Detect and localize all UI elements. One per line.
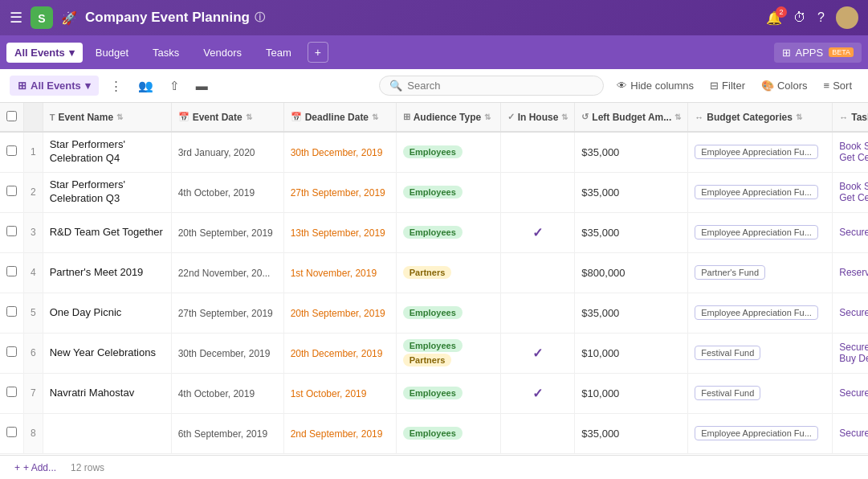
audience-type-cell[interactable]: Employees bbox=[396, 293, 500, 333]
in-house-cell[interactable] bbox=[500, 252, 575, 293]
row-checkbox[interactable] bbox=[6, 427, 17, 437]
row-checkbox-cell[interactable] bbox=[0, 172, 24, 212]
audience-type-cell[interactable]: Employees bbox=[396, 212, 500, 252]
tab-team[interactable]: Team bbox=[255, 42, 303, 63]
budget-amount-cell[interactable]: $35,000 bbox=[575, 212, 688, 252]
budget-amount-cell[interactable]: $10,000 bbox=[575, 373, 688, 413]
tab-budget[interactable]: Budget bbox=[84, 42, 140, 63]
add-row-button[interactable]: + + Add... bbox=[10, 461, 61, 475]
row-checkbox[interactable] bbox=[6, 145, 17, 156]
view-dropdown[interactable]: ⊞ All Events ▾ bbox=[10, 76, 99, 96]
row-checkbox-cell[interactable] bbox=[0, 373, 24, 413]
history-icon[interactable]: ⏱ bbox=[793, 10, 806, 25]
audience-type-cell[interactable]: Employees bbox=[396, 132, 500, 172]
avatar[interactable] bbox=[836, 6, 858, 29]
hamburger-icon[interactable]: ☰ bbox=[10, 9, 22, 27]
task-link[interactable]: Get Ce... bbox=[839, 192, 868, 203]
row-checkbox-cell[interactable] bbox=[0, 293, 24, 333]
event-date-cell[interactable]: 30th December, 2019 bbox=[171, 333, 283, 373]
budget-category-cell[interactable]: Employee Appreciation Fu... bbox=[688, 172, 833, 212]
deadline-date-cell[interactable]: 1st October, 2019 bbox=[283, 373, 396, 413]
row-checkbox[interactable] bbox=[6, 226, 17, 236]
event-name-cell[interactable]: Partner's Meet 2019 bbox=[43, 252, 171, 293]
audience-type-cell[interactable]: Partners bbox=[396, 252, 500, 293]
event-name-cell[interactable]: Star Performers' Celebration Q3 bbox=[43, 172, 171, 212]
tasks-cell[interactable]: Secure ... bbox=[833, 413, 868, 453]
task-link[interactable]: Secure C... bbox=[839, 387, 868, 399]
audience-type-cell[interactable]: Employees bbox=[396, 373, 500, 413]
tasks-cell[interactable]: Secure C... bbox=[833, 373, 868, 413]
budget-category-cell[interactable]: Employee Appreciation Fu... bbox=[688, 212, 833, 252]
in-house-cell[interactable]: ✓ bbox=[500, 333, 575, 373]
in-house-cell[interactable] bbox=[500, 293, 575, 333]
budget-amount-cell[interactable]: $35,000 bbox=[575, 413, 688, 453]
in-house-cell[interactable] bbox=[500, 172, 575, 212]
event-name-cell[interactable]: Navratri Mahostav bbox=[43, 373, 171, 413]
tasks-cell[interactable]: Secure T... bbox=[833, 212, 868, 252]
budget-amount-cell[interactable]: $10,000 bbox=[575, 333, 688, 373]
event-date-cell[interactable]: 22nd November, 20... bbox=[171, 252, 283, 293]
all-events-dropdown[interactable]: All Events ▾ bbox=[6, 43, 83, 63]
col-header-check[interactable] bbox=[0, 103, 24, 132]
col-header-deadline[interactable]: 📅 Deadline Date ⇅ bbox=[283, 103, 396, 132]
row-checkbox[interactable] bbox=[6, 186, 17, 196]
view-type-icon[interactable]: ▬ bbox=[191, 76, 213, 96]
row-checkbox-cell[interactable] bbox=[0, 212, 24, 252]
help-icon[interactable]: ? bbox=[817, 10, 825, 25]
col-header-categories[interactable]: ↔ Budget Categories ⇅ bbox=[688, 103, 833, 132]
event-name-cell[interactable] bbox=[43, 413, 171, 453]
event-date-cell[interactable]: 27th September, 2019 bbox=[171, 293, 283, 333]
apps-button[interactable]: ⊞ APPS BETA bbox=[774, 43, 862, 63]
budget-amount-cell[interactable]: $35,000 bbox=[575, 172, 688, 212]
search-input[interactable] bbox=[407, 80, 584, 92]
deadline-date-cell[interactable]: 2nd September, 2019 bbox=[283, 413, 396, 453]
row-checkbox-cell[interactable] bbox=[0, 252, 24, 293]
task-link[interactable]: Get Ce... bbox=[839, 152, 868, 163]
event-name-cell[interactable]: Star Performers' Celebration Q4 bbox=[43, 132, 171, 172]
task-link[interactable]: Secure ... bbox=[839, 428, 868, 439]
tab-tasks[interactable]: Tasks bbox=[141, 42, 190, 63]
audience-type-cell[interactable]: Employees bbox=[396, 172, 500, 212]
tasks-cell[interactable]: Secure O... bbox=[833, 293, 868, 333]
col-header-tasks[interactable]: ↔ Task... ⇅ bbox=[833, 103, 868, 132]
budget-category-cell[interactable]: Employee Appreciation Fu... bbox=[688, 293, 833, 333]
task-link[interactable]: Secure O... bbox=[839, 307, 868, 318]
deadline-date-cell[interactable]: 27th September, 2019 bbox=[283, 172, 396, 212]
col-header-event-date[interactable]: 📅 Event Date ⇅ bbox=[171, 103, 283, 132]
task-link[interactable]: Secure T... bbox=[839, 227, 868, 238]
in-house-cell[interactable]: ✓ bbox=[500, 212, 575, 252]
share-icon[interactable]: ⇧ bbox=[165, 76, 185, 96]
event-name-cell[interactable]: New Year Celebrations bbox=[43, 333, 171, 373]
col-header-inhouse[interactable]: ✓ In House ⇅ bbox=[500, 103, 575, 132]
tasks-cell[interactable]: Secure C...Buy Dec... bbox=[833, 333, 868, 373]
search-box[interactable]: 🔍 bbox=[379, 76, 604, 96]
deadline-date-cell[interactable]: 1st November, 2019 bbox=[283, 252, 396, 293]
task-link[interactable]: Book S... bbox=[839, 141, 868, 152]
in-house-cell[interactable] bbox=[500, 132, 575, 172]
event-date-cell[interactable]: 6th September, 2019 bbox=[171, 413, 283, 453]
select-all-checkbox[interactable] bbox=[6, 111, 17, 121]
col-header-budget[interactable]: ↺ Left Budget Am... ⇅ bbox=[575, 103, 688, 132]
deadline-date-cell[interactable]: 20th December, 2019 bbox=[283, 333, 396, 373]
col-header-event-name[interactable]: T Event Name ⇅ bbox=[43, 103, 171, 132]
tasks-cell[interactable]: Book S...Get Ce... bbox=[833, 172, 868, 212]
filter-button[interactable]: ⊟ Filter bbox=[703, 76, 752, 96]
event-date-cell[interactable]: 4th October, 2019 bbox=[171, 172, 283, 212]
audience-type-cell[interactable]: Employees bbox=[396, 413, 500, 453]
task-link[interactable]: Book S... bbox=[839, 181, 868, 192]
in-house-cell[interactable] bbox=[500, 413, 575, 453]
task-link[interactable]: Reserv... bbox=[839, 267, 868, 278]
hide-columns-button[interactable]: 👁 Hide columns bbox=[610, 76, 700, 96]
options-icon[interactable]: ⋮ bbox=[105, 76, 127, 96]
event-date-cell[interactable]: 4th October, 2019 bbox=[171, 373, 283, 413]
row-checkbox[interactable] bbox=[6, 387, 17, 397]
tab-vendors[interactable]: Vendors bbox=[192, 42, 253, 63]
people-icon[interactable]: 👥 bbox=[133, 76, 158, 96]
row-checkbox-cell[interactable] bbox=[0, 333, 24, 373]
budget-amount-cell[interactable]: $35,000 bbox=[575, 293, 688, 333]
event-date-cell[interactable]: 20th September, 2019 bbox=[171, 212, 283, 252]
budget-category-cell[interactable]: Partner's Fund bbox=[688, 252, 833, 293]
budget-category-cell[interactable]: Festival Fund bbox=[688, 333, 833, 373]
budget-category-cell[interactable]: Employee Appreciation Fu... bbox=[688, 413, 833, 453]
deadline-date-cell[interactable]: 20th September, 2019 bbox=[283, 293, 396, 333]
